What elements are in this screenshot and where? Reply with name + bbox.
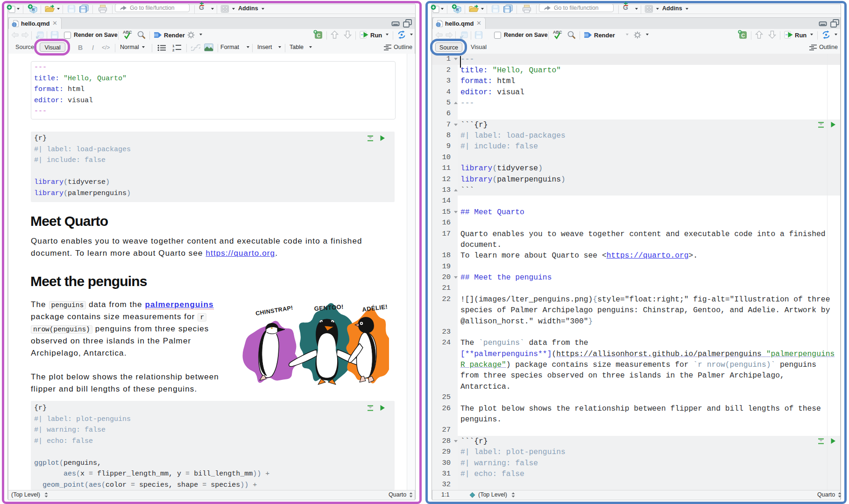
svg-text:C: C [741,33,745,38]
svg-text:R: R [456,7,459,12]
svg-text:ABC: ABC [553,30,562,35]
svg-text:GENTOO!: GENTOO! [314,303,344,312]
svg-text:C: C [317,33,320,38]
svg-text:ABC: ABC [123,30,132,35]
svg-text:ADÉLIE!: ADÉLIE! [362,303,388,313]
svg-text:2: 2 [172,48,175,52]
svg-text:1: 1 [172,44,175,48]
svg-text:R: R [32,7,35,12]
svg-text:CHINSTRAP!: CHINSTRAP! [255,304,293,317]
